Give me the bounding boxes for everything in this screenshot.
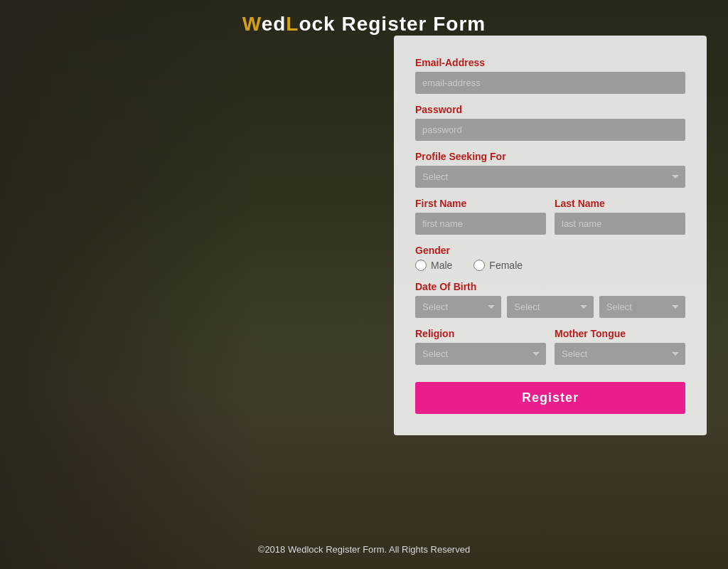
religion-col: Religion Select [415,328,546,365]
name-row: First Name Last Name [415,198,685,235]
dob-row: Select Select Select [415,296,685,318]
gender-label: Gender [415,245,685,256]
religion-label: Religion [415,328,546,339]
password-label: Password [415,104,685,115]
dob-day-col: Select [415,296,501,318]
title-l: L [286,13,299,35]
mother-tongue-select[interactable]: Select [555,343,685,365]
mother-tongue-col: Mother Tongue Select [555,328,685,365]
email-input[interactable] [415,72,685,94]
title-w: W [242,13,262,35]
register-form-panel: Email-Address Password Profile Seeking F… [394,36,707,435]
first-name-input[interactable] [415,213,546,235]
last-name-col: Last Name [555,198,685,235]
dob-label: Date Of Birth [415,281,685,292]
dob-year-col: Select [599,296,685,318]
title-ed: ed [262,13,287,35]
religion-select[interactable]: Select [415,343,546,365]
footer: ©2018 Wedlock Register Form. All Rights … [0,544,728,555]
email-group: Email-Address [415,57,685,94]
footer-text: ©2018 Wedlock Register Form. All Rights … [258,544,470,555]
dob-month-col: Select [507,296,593,318]
page-title: WedLock Register Form [0,13,728,36]
gender-female-label[interactable]: Female [473,260,523,271]
first-name-label: First Name [415,198,546,209]
title-rest: ock Register Form [299,13,486,35]
last-name-label: Last Name [555,198,685,209]
gender-group: Gender Male Female [415,245,685,271]
dob-year-select[interactable]: Select [599,296,685,318]
dob-month-select[interactable]: Select [507,296,593,318]
gender-male-label[interactable]: Male [415,260,452,271]
dob-group: Date Of Birth Select Select Select [415,281,685,318]
gender-options: Male Female [415,260,685,271]
last-name-input[interactable] [555,213,685,235]
profile-seeking-label: Profile Seeking For [415,151,685,162]
profile-seeking-select[interactable]: Select Bride Groom [415,166,685,188]
gender-male-text: Male [431,260,452,271]
dob-day-select[interactable]: Select [415,296,501,318]
email-label: Email-Address [415,57,685,68]
first-name-col: First Name [415,198,546,235]
religion-row: Religion Select Mother Tongue Select [415,328,685,365]
password-input[interactable] [415,119,685,141]
register-button[interactable]: Register [415,382,685,414]
password-group: Password [415,104,685,141]
gender-female-text: Female [489,260,523,271]
mother-tongue-label: Mother Tongue [555,328,685,339]
profile-seeking-group: Profile Seeking For Select Bride Groom [415,151,685,188]
gender-male-radio[interactable] [415,260,427,271]
gender-female-radio[interactable] [473,260,485,271]
